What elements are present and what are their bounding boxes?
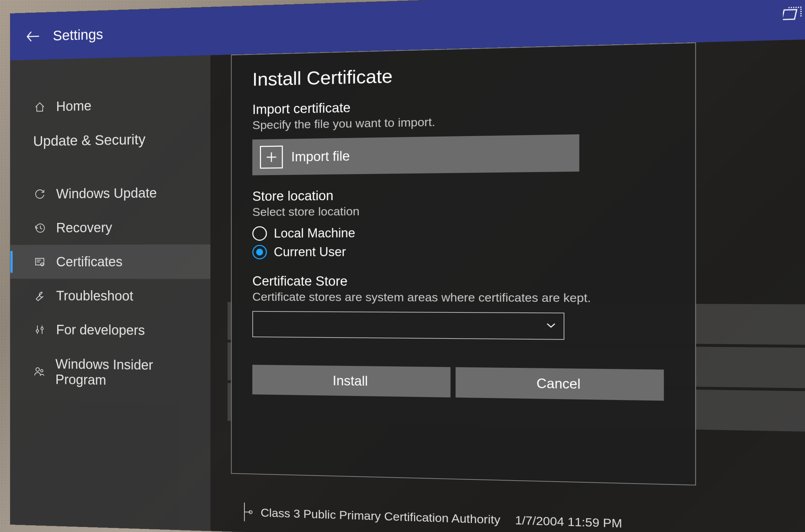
sidebar-item-for-developers[interactable]: For developers [11,312,211,348]
sidebar-item-label: Windows Insider Program [56,356,200,389]
cert-store-desc: Certificate stores are system areas wher… [252,290,668,305]
certificate-icon [33,255,46,268]
sidebar-item-label: Troubleshoot [56,288,133,303]
install-certificate-dialog: Install Certificate Import certificate S… [231,42,696,486]
back-button[interactable] [23,26,43,47]
sync-icon [33,187,46,201]
sidebar-item-label: Recovery [56,220,112,235]
sidebar-item-certificates[interactable]: Certificates [11,244,211,279]
store-location-title: Store location [252,185,668,204]
sidebar: Home Update & Security Windows Update Re… [11,55,211,531]
sidebar-item-windows-update[interactable]: Windows Update [11,175,211,211]
sidebar-item-label: Certificates [56,254,123,269]
radio-icon [252,226,267,241]
people-icon [33,365,45,378]
sidebar-item-home[interactable]: Home [11,86,211,124]
import-file-label: Import file [291,149,349,165]
install-button[interactable]: Install [252,365,451,398]
display-mode-button[interactable] [783,4,803,24]
button-label: Cancel [536,376,580,392]
settings-window: Settings Hom [10,0,805,532]
sidebar-item-insider-program[interactable]: Windows Insider Program [11,346,211,399]
title-text: Settings [53,6,783,44]
tools-icon [33,323,46,336]
sidebar-item-recovery[interactable]: Recovery [11,210,211,245]
radio-label: Local Machine [274,226,355,241]
clock-rewind-icon [33,221,46,234]
wrench-icon [33,289,46,302]
plus-icon [260,146,283,169]
home-icon [33,100,46,114]
store-location-desc: Select store location [252,202,668,219]
svg-point-3 [41,263,44,266]
radio-local-machine[interactable]: Local Machine [252,224,668,241]
cancel-button[interactable]: Cancel [456,367,664,401]
radio-current-user[interactable]: Current User [252,244,668,259]
sidebar-section-header: Update & Security [11,121,211,159]
certificate-row-caption: Class 3 Public Primary Certification Aut… [241,502,622,532]
svg-point-5 [40,369,43,372]
certificate-name: Class 3 Public Primary Certification Aut… [261,506,500,526]
certificate-store-dropdown[interactable] [252,311,564,340]
sidebar-item-label: For developers [56,322,145,338]
window-icon [783,4,803,24]
tree-connector-icon [241,502,254,522]
main-content: t a PM PM PM Class 3 Public Primary Cert… [211,38,805,532]
sidebar-item-label: Home [56,98,92,114]
radio-icon [252,245,267,259]
sidebar-item-label: Windows Update [56,185,157,201]
certificate-time: 1/7/2004 11:59 PM [515,513,622,530]
radio-label: Current User [274,245,346,259]
import-file-button[interactable]: Import file [252,134,579,175]
cert-store-title: Certificate Store [252,274,668,289]
button-label: Install [333,373,368,388]
dialog-title: Install Certificate [252,58,668,90]
sidebar-item-troubleshoot[interactable]: Troubleshoot [11,279,211,314]
chevron-down-icon [546,321,556,332]
arrow-left-icon [25,28,41,45]
svg-rect-0 [783,10,797,20]
svg-point-4 [36,367,39,371]
